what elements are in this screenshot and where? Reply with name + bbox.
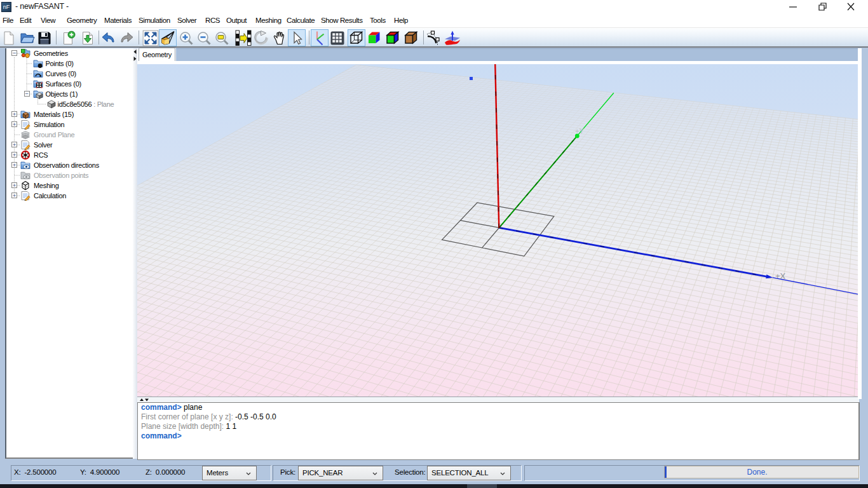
svg-text:+Y: +Y [575, 127, 584, 135]
svg-text:+X: +X [775, 271, 786, 281]
